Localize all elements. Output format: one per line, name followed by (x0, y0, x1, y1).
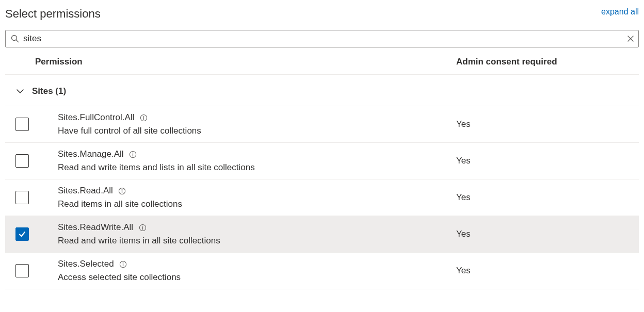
info-icon[interactable] (129, 150, 137, 158)
info-icon[interactable] (139, 113, 148, 122)
permission-description: Read and write items in all site collect… (58, 236, 456, 246)
permission-row: Sites.Read.AllRead items in all site col… (5, 179, 639, 216)
page-title: Select permissions (5, 7, 101, 21)
permission-checkbox[interactable] (15, 118, 29, 131)
permission-info: Sites.SelectedAccess selected site colle… (58, 259, 456, 283)
column-permission: Permission (35, 57, 456, 67)
info-icon[interactable] (118, 187, 126, 195)
admin-consent-value: Yes (456, 156, 471, 166)
permission-description: Read and write items and lists in all si… (58, 162, 456, 173)
permission-name: Sites.FullControl.All (58, 112, 134, 123)
column-admin-consent: Admin consent required (456, 57, 557, 67)
permission-row: Sites.ReadWrite.AllRead and write items … (5, 216, 639, 253)
permission-name: Sites.Manage.All (58, 149, 124, 159)
admin-consent-value: Yes (456, 119, 471, 129)
permission-checkbox[interactable] (15, 154, 29, 168)
chevron-down-icon (15, 87, 25, 96)
permission-name: Sites.Selected (58, 259, 114, 269)
permission-row: Sites.SelectedAccess selected site colle… (5, 253, 639, 289)
permission-name: Sites.Read.All (58, 186, 113, 196)
permission-row: Sites.FullControl.AllHave full control o… (5, 106, 639, 143)
group-sites[interactable]: Sites (1) (5, 75, 639, 106)
info-icon[interactable] (138, 223, 147, 232)
permission-description: Read items in all site collections (58, 199, 456, 209)
permission-checkbox[interactable] (15, 191, 29, 204)
column-headers: Permission Admin consent required (5, 50, 639, 75)
permission-info: Sites.FullControl.AllHave full control o… (58, 112, 456, 136)
group-label: Sites (1) (32, 86, 66, 96)
info-icon[interactable] (119, 260, 127, 268)
expand-all-link[interactable]: expand all (601, 7, 639, 17)
permission-info: Sites.Manage.AllRead and write items and… (58, 149, 456, 173)
permission-info: Sites.ReadWrite.AllRead and write items … (58, 222, 456, 246)
svg-point-17 (123, 262, 124, 263)
admin-consent-value: Yes (456, 266, 471, 276)
search-input[interactable] (19, 31, 627, 46)
permission-checkbox[interactable] (15, 227, 29, 241)
permission-checkbox[interactable] (15, 264, 29, 277)
search-icon (11, 35, 19, 43)
permission-description: Have full control of all site collection… (58, 126, 456, 136)
admin-consent-value: Yes (456, 229, 471, 239)
admin-consent-value: Yes (456, 192, 471, 203)
svg-point-14 (142, 225, 143, 226)
clear-search-icon[interactable] (627, 35, 634, 42)
permission-info: Sites.Read.AllRead items in all site col… (58, 186, 456, 209)
svg-point-11 (122, 189, 123, 190)
permission-description: Access selected site collections (58, 272, 456, 283)
permission-row: Sites.Manage.AllRead and write items and… (5, 143, 639, 179)
svg-point-5 (143, 116, 144, 117)
svg-line-1 (16, 40, 18, 42)
svg-point-8 (133, 152, 134, 153)
search-box[interactable] (5, 30, 639, 47)
permission-name: Sites.ReadWrite.All (58, 222, 133, 233)
